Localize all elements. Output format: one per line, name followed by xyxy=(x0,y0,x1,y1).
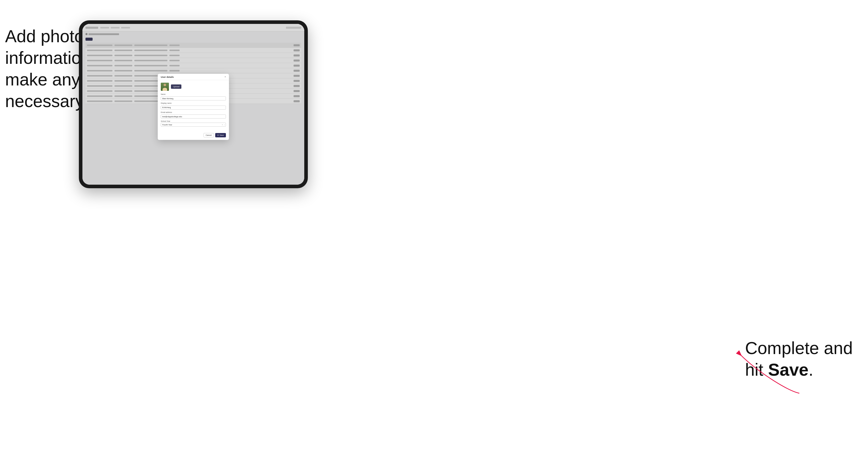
display-name-field-group: Display name xyxy=(161,102,226,110)
annotation-line-3: make any xyxy=(5,70,80,89)
tablet-device: User details × Upload xyxy=(79,20,308,188)
school-year-wrapper: × ⌄ xyxy=(161,123,226,127)
email-field-group: Email address xyxy=(161,112,226,119)
save-button[interactable]: ⬆ Save xyxy=(215,133,226,137)
save-button-label: Save xyxy=(220,134,224,136)
profile-photo xyxy=(161,83,169,91)
annotation-right-line2: hit xyxy=(745,360,768,379)
school-year-sort-icon[interactable]: ⌄ xyxy=(224,124,225,126)
name-field-group: Name xyxy=(161,93,226,101)
app-background: User details × Upload xyxy=(83,24,304,185)
tablet-screen: User details × Upload xyxy=(83,24,304,185)
modal-title: User details xyxy=(161,76,174,79)
annotation-right-end: . xyxy=(808,360,813,379)
modal-footer: Cancel ⬆ Save xyxy=(158,131,229,140)
school-year-clear-button[interactable]: × xyxy=(222,124,223,126)
upload-photo-button[interactable]: Upload xyxy=(171,85,181,89)
photo-thumbnail xyxy=(161,83,169,91)
school-year-input[interactable] xyxy=(161,123,226,127)
modal-body: Upload Name Display name xyxy=(158,80,229,132)
cancel-button[interactable]: Cancel xyxy=(204,133,214,137)
annotation-right-bold: Save xyxy=(768,360,808,379)
email-label: Email address xyxy=(161,112,226,113)
display-name-label: Display name xyxy=(161,102,226,104)
display-name-input[interactable] xyxy=(161,105,226,110)
modal-close-button[interactable]: × xyxy=(225,76,226,78)
modal-dialog: User details × Upload xyxy=(158,74,229,140)
annotation-right: Complete and hit Save. xyxy=(745,337,853,380)
save-icon: ⬆ xyxy=(217,134,219,136)
annotation-right-line1: Complete and xyxy=(745,338,853,357)
name-input[interactable] xyxy=(161,96,226,100)
modal-header: User details × xyxy=(158,74,229,80)
name-label: Name xyxy=(161,93,226,95)
email-input[interactable] xyxy=(161,115,226,119)
photo-section: Upload xyxy=(161,83,226,91)
school-year-label: School Year xyxy=(161,120,226,122)
school-year-field-group: School Year × ⌄ xyxy=(161,120,226,127)
modal-overlay: User details × Upload xyxy=(83,24,304,185)
